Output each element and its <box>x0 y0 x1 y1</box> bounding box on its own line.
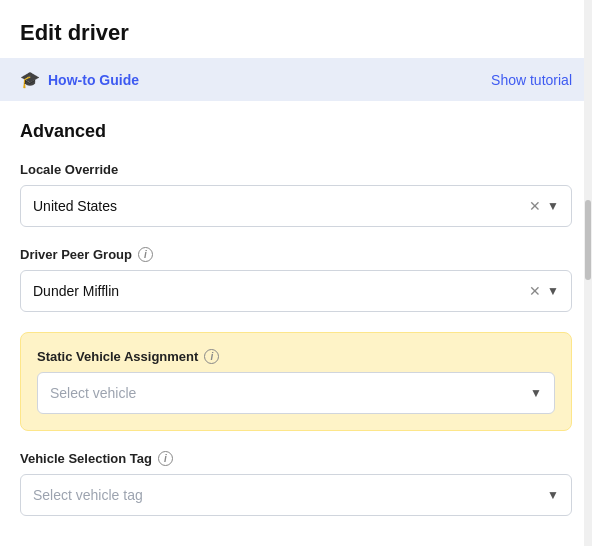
driver-peer-group-controls: ✕ ▼ <box>527 282 559 300</box>
vehicle-selection-tag-label: Vehicle Selection Tag i <box>20 451 572 466</box>
driver-peer-group-label: Driver Peer Group i <box>20 247 572 262</box>
locale-override-label: Locale Override <box>20 162 572 177</box>
vehicle-selection-tag-controls: ▼ <box>547 488 559 502</box>
driver-peer-group-select[interactable]: Dunder Mifflin ✕ ▼ <box>20 270 572 312</box>
static-vehicle-assignment-placeholder: Select vehicle <box>50 385 136 401</box>
locale-override-clear-button[interactable]: ✕ <box>527 197 543 215</box>
vehicle-selection-tag-group: Vehicle Selection Tag i Select vehicle t… <box>20 451 572 516</box>
show-tutorial-button[interactable]: Show tutorial <box>491 72 572 88</box>
content-area: Advanced Locale Override United States ✕… <box>0 101 592 546</box>
driver-peer-group-value: Dunder Mifflin <box>33 283 119 299</box>
vehicle-selection-tag-placeholder: Select vehicle tag <box>33 487 143 503</box>
driver-peer-group-info-icon[interactable]: i <box>138 247 153 262</box>
driver-peer-group-clear-button[interactable]: ✕ <box>527 282 543 300</box>
how-to-guide-link[interactable]: 🎓 How-to Guide <box>20 70 139 89</box>
how-to-label: How-to Guide <box>48 72 139 88</box>
driver-peer-group-chevron-icon[interactable]: ▼ <box>547 284 559 298</box>
static-vehicle-assignment-chevron-icon[interactable]: ▼ <box>530 386 542 400</box>
scrollbar-thumb[interactable] <box>585 200 591 280</box>
driver-peer-group-group: Driver Peer Group i Dunder Mifflin ✕ ▼ <box>20 247 572 312</box>
static-vehicle-assignment-select[interactable]: Select vehicle ▼ <box>37 372 555 414</box>
static-vehicle-assignment-info-icon[interactable]: i <box>204 349 219 364</box>
static-vehicle-assignment-group: Static Vehicle Assignment i Select vehic… <box>37 349 555 414</box>
page-header: Edit driver <box>0 0 592 58</box>
vehicle-selection-tag-info-icon[interactable]: i <box>158 451 173 466</box>
locale-override-select[interactable]: United States ✕ ▼ <box>20 185 572 227</box>
vehicle-selection-tag-chevron-icon[interactable]: ▼ <box>547 488 559 502</box>
locale-override-value: United States <box>33 198 117 214</box>
vehicle-selection-tag-select[interactable]: Select vehicle tag ▼ <box>20 474 572 516</box>
locale-override-controls: ✕ ▼ <box>527 197 559 215</box>
static-vehicle-assignment-label: Static Vehicle Assignment i <box>37 349 555 364</box>
graduation-cap-icon: 🎓 <box>20 70 40 89</box>
scrollbar[interactable] <box>584 0 592 546</box>
locale-override-group: Locale Override United States ✕ ▼ <box>20 162 572 227</box>
static-vehicle-assignment-section: Static Vehicle Assignment i Select vehic… <box>20 332 572 431</box>
page-container: Edit driver 🎓 How-to Guide Show tutorial… <box>0 0 592 546</box>
static-vehicle-assignment-controls: ▼ <box>530 386 542 400</box>
section-title: Advanced <box>20 121 572 142</box>
page-title: Edit driver <box>20 20 572 46</box>
how-to-banner: 🎓 How-to Guide Show tutorial <box>0 58 592 101</box>
locale-override-chevron-icon[interactable]: ▼ <box>547 199 559 213</box>
